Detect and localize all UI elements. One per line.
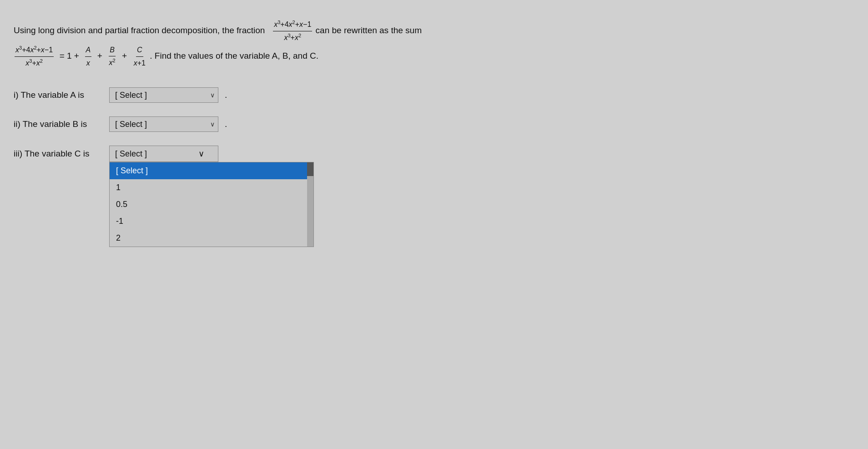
question-b-label: ii) The variable B is	[14, 119, 105, 129]
select-a-wrapper[interactable]: [ Select ] 1 0.5 -1 2 ∨	[109, 87, 218, 103]
scrollbar-track[interactable]	[307, 162, 313, 247]
fraction-C: C x+1	[133, 44, 146, 69]
select-c-trigger[interactable]: [ Select ] ∨	[109, 146, 218, 162]
main-fraction: x3+4x2+x−1 x3+x2	[273, 18, 312, 44]
period-a: .	[225, 90, 227, 100]
period-b: .	[225, 119, 227, 129]
dropdown-c-option-1[interactable]: 1	[110, 179, 313, 196]
select-c-value: [ Select ]	[115, 149, 147, 159]
select-b[interactable]: [ Select ] 1 0.5 -1 2	[109, 116, 218, 132]
dropdown-c-option-select[interactable]: [ Select ]	[110, 162, 313, 179]
question-a-row: i) The variable A is [ Select ] 1 0.5 -1…	[14, 87, 854, 103]
can-be-rewritten-text: can be rewritten as the sum	[316, 25, 422, 35]
scrollbar-thumb[interactable]	[307, 162, 313, 176]
question-a-label: i) The variable A is	[14, 90, 105, 100]
question-c-label: iii) The variable C is	[14, 149, 105, 159]
select-c-open-wrapper[interactable]: [ Select ] ∨ [ Select ] 1 0.5 -1 2	[109, 146, 218, 162]
dropdown-c-list: [ Select ] 1 0.5 -1 2	[109, 162, 314, 247]
select-b-wrapper[interactable]: [ Select ] 1 0.5 -1 2 ∨	[109, 116, 218, 132]
fraction-A: A x	[85, 44, 92, 69]
dropdown-c-option-0-5[interactable]: 0.5	[110, 196, 313, 213]
select-a[interactable]: [ Select ] 1 0.5 -1 2	[109, 87, 218, 103]
question-b-row: ii) The variable B is [ Select ] 1 0.5 -…	[14, 116, 854, 132]
question-c-row: iii) The variable C is [ Select ] ∨ [ Se…	[14, 146, 854, 162]
dropdown-c-option-2[interactable]: 2	[110, 230, 313, 247]
chevron-c-icon: ∨	[198, 149, 204, 159]
problem-statement: Using long division and partial fraction…	[14, 18, 560, 69]
intro-text: Using long division and partial fraction…	[14, 25, 265, 35]
find-text: . Find the values of the variable A, B, …	[150, 51, 318, 61]
equation-fraction: x3+4x2+x−1 x3+x2	[15, 44, 54, 69]
fraction-B: B x2	[108, 44, 116, 69]
dropdown-c-option-neg1[interactable]: -1	[110, 213, 313, 230]
